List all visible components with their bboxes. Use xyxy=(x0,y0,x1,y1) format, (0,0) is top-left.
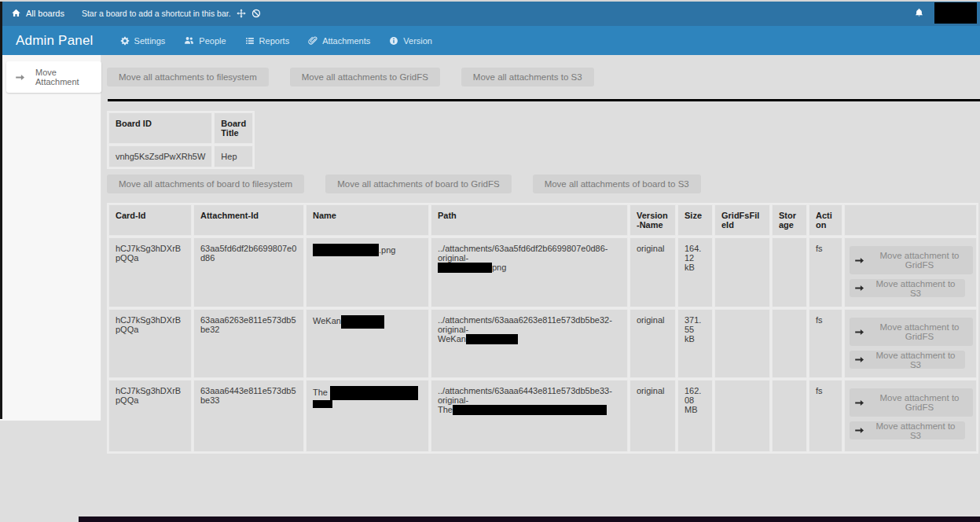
attachment-id-cell: 63aa5fd6df2b6699807e0d86 xyxy=(193,237,304,307)
redacted-text xyxy=(341,315,384,329)
menu-label-settings: Settings xyxy=(134,36,166,46)
version-name-cell: original xyxy=(629,380,676,452)
gridfsfileid-cell xyxy=(714,380,770,452)
user-menu-redacted[interactable] xyxy=(934,2,977,24)
version-name-cell: original xyxy=(629,309,676,378)
move-attachment-to-gridfs-button[interactable]: Move attachment to GridFS xyxy=(850,246,973,274)
name-cell: The xyxy=(306,380,429,452)
move-all-to-filesystem-button[interactable]: Move all attachments to filesystem xyxy=(107,68,269,86)
redacted-text xyxy=(466,334,518,344)
size-header: Size xyxy=(677,204,713,236)
path-line1: ../attachments/63aa5fd6df2b6699807e0d86-… xyxy=(438,244,608,263)
move-icon xyxy=(237,9,246,18)
redacted-text xyxy=(438,263,492,273)
sidebar-item-move-attachment[interactable]: Move Attachment xyxy=(6,61,101,93)
action-header: Action xyxy=(809,204,842,236)
bell-icon[interactable] xyxy=(914,8,924,18)
row-button-label: Move attachment to S3 xyxy=(871,351,960,369)
attachment-id-cell: 63aaa6443e811e573db5be33 xyxy=(193,380,304,452)
row-button-label: Move attachment to GridFS xyxy=(871,322,968,341)
move-attachment-to-s3-button[interactable]: Move attachment to S3 xyxy=(850,421,965,439)
star-board-hint: Star a board to add a shortcut in this b… xyxy=(82,9,261,18)
path-header: Path xyxy=(431,204,628,236)
buttons-header xyxy=(844,204,977,236)
menu-item-reports[interactable]: Reports xyxy=(245,36,290,46)
arrow-right-icon xyxy=(854,327,864,337)
storage-header: Storage xyxy=(772,204,807,236)
users-icon xyxy=(184,35,194,46)
board-table-header-row: Board ID Board Title xyxy=(108,112,253,144)
storage-cell xyxy=(772,237,807,307)
move-board-to-gridfs-button[interactable]: Move all attachments of board to GridFS xyxy=(325,175,511,193)
row-buttons-cell: Move attachment to GridFS Move attachmen… xyxy=(844,309,977,378)
menu-label-people: People xyxy=(199,36,226,46)
card-id-header: Card-Id xyxy=(108,204,192,236)
redacted-text xyxy=(313,244,379,256)
path-cell: ../attachments/63aaa6443e811e573db5be33-… xyxy=(431,380,628,452)
attachment-row: hCJ7kSg3hDXrBpQQa 63aaa6263e811e573db5be… xyxy=(108,309,977,378)
move-all-to-s3-button[interactable]: Move all attachments to S3 xyxy=(461,68,594,86)
move-attachment-to-s3-button[interactable]: Move attachment to S3 xyxy=(850,279,965,297)
path-line1: ../attachments/63aaa6263e811e573db5be32-… xyxy=(438,315,612,334)
path-prefix: WeKan xyxy=(438,334,466,344)
board-title-header: Board Title xyxy=(214,112,253,144)
arrow-right-icon xyxy=(854,398,864,408)
name-cell: .png xyxy=(306,237,429,307)
board-table: Board ID Board Title vnhg5KsZsdPwXRh5W H… xyxy=(107,111,255,169)
move-attachment-to-gridfs-button[interactable]: Move attachment to GridFS xyxy=(850,388,973,417)
move-attachment-to-s3-button[interactable]: Move attachment to S3 xyxy=(850,351,965,369)
path-cell: ../attachments/63aaa6263e811e573db5be32-… xyxy=(431,309,628,378)
gridfsfileid-header: GridFsFileId xyxy=(714,204,770,236)
size-cell: 162.08 MB xyxy=(677,380,713,452)
redacted-text xyxy=(313,400,332,408)
board-id-header: Board ID xyxy=(108,112,212,144)
arrow-right-icon xyxy=(15,72,25,83)
row-button-label: Move attachment to S3 xyxy=(871,421,960,440)
arrow-right-icon xyxy=(854,425,864,436)
attachments-header-row: Card-Id Attachment-Id Name Path Version-… xyxy=(108,204,977,236)
move-all-to-gridfs-button[interactable]: Move all attachments to GridFS xyxy=(290,68,440,86)
gridfsfileid-cell xyxy=(714,237,770,307)
left-edge-bar xyxy=(0,2,2,419)
redacted-text xyxy=(330,386,418,400)
menu-item-attachments[interactable]: Attachments xyxy=(308,36,370,46)
storage-cell xyxy=(772,309,807,378)
card-id-cell: hCJ7kSg3hDXrBpQQa xyxy=(108,380,192,452)
all-boards-link[interactable]: All boards xyxy=(11,8,64,18)
sidebar-item-label: Move Attachment xyxy=(35,68,101,86)
move-attachment-to-gridfs-button[interactable]: Move attachment to GridFS xyxy=(850,318,973,346)
main-content: Move all attachments to filesystem Move … xyxy=(107,55,980,454)
top-navigation-bar: All boards Star a board to add a shortcu… xyxy=(0,0,980,26)
version-name-cell: original xyxy=(629,237,676,307)
move-board-to-s3-button[interactable]: Move all attachments of board to S3 xyxy=(533,175,701,193)
menu-item-version[interactable]: Version xyxy=(389,36,432,46)
move-board-to-filesystem-button[interactable]: Move all attachments of board to filesys… xyxy=(107,175,304,193)
path-prefix: The xyxy=(438,405,453,414)
attachment-id-header: Attachment-Id xyxy=(193,204,304,236)
info-icon xyxy=(389,36,398,46)
top-edge-line xyxy=(0,0,980,2)
path-line1: ../attachments/63aaa6443e811e573db5be33-… xyxy=(438,386,612,405)
sidebar: Move Attachment xyxy=(0,55,101,421)
admin-menu: Settings People Reports Attachments Vers… xyxy=(120,35,432,46)
name-header: Name xyxy=(306,204,429,236)
bottom-border-bar xyxy=(79,516,980,522)
gridfsfileid-cell xyxy=(714,309,770,378)
ban-icon xyxy=(251,9,261,18)
arrow-right-icon xyxy=(854,283,864,293)
action-cell: fs xyxy=(809,309,842,378)
attachment-row: hCJ7kSg3hDXrBpQQa 63aaa6443e811e573db5be… xyxy=(108,380,977,452)
divider-rule xyxy=(108,99,980,101)
storage-cell xyxy=(772,380,807,452)
name-prefix: The xyxy=(313,388,330,397)
attachments-table: Card-Id Attachment-Id Name Path Version-… xyxy=(107,203,978,454)
redacted-text xyxy=(453,405,607,415)
menu-item-settings[interactable]: Settings xyxy=(120,36,166,46)
version-name-header: Version-Name xyxy=(629,204,676,236)
path-suffix: png xyxy=(492,263,506,272)
admin-panel-bar: Admin Panel Settings People Reports Atta… xyxy=(0,26,980,55)
name-prefix: WeKan xyxy=(313,316,341,325)
home-icon xyxy=(11,8,21,18)
menu-item-people[interactable]: People xyxy=(184,35,226,46)
board-title-cell: Hep xyxy=(214,145,253,167)
